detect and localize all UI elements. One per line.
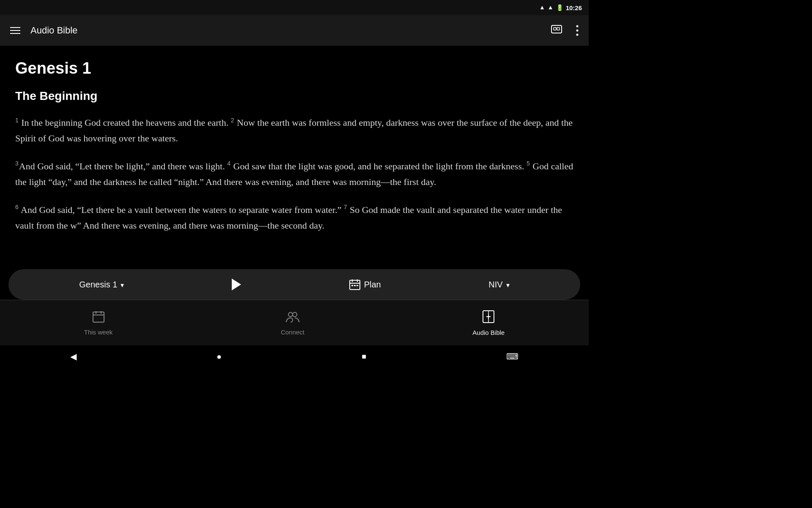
verse-num-6: 6 [15, 204, 19, 210]
svg-rect-13 [93, 312, 104, 322]
verse-block-1: 1 In the beginning God created the heave… [15, 115, 573, 146]
svg-rect-0 [551, 25, 562, 33]
calendar-icon-player [349, 279, 361, 290]
svg-point-3 [576, 25, 579, 28]
more-icon [576, 25, 579, 36]
verse-text-4: God saw that the light was good, and he … [231, 161, 527, 171]
verse-text-3: And God said, “Let there be light,” and … [19, 161, 227, 171]
signal-icon: ▲ [548, 4, 554, 11]
nav-label-connect: Connect [281, 329, 304, 336]
people-icon-nav [285, 310, 300, 326]
svg-point-5 [576, 34, 579, 36]
nav-label-audio-bible: Audio Bible [472, 329, 505, 336]
hamburger-icon [10, 27, 20, 34]
svg-rect-2 [557, 28, 560, 30]
bible-icon-nav [482, 310, 495, 326]
play-button[interactable] [232, 279, 241, 290]
back-button[interactable] [70, 351, 77, 362]
content-area: Genesis 1 The Beginning 1 In the beginni… [0, 46, 589, 300]
player-bar: Genesis 1 Plan NIV [8, 269, 580, 300]
keyboard-button[interactable] [506, 351, 518, 362]
verse-num-7: 7 [344, 204, 347, 210]
nav-item-connect[interactable]: Connect [264, 307, 321, 339]
plan-label: Plan [364, 280, 381, 290]
play-icon [232, 279, 241, 290]
svg-rect-1 [554, 28, 556, 30]
section-title: The Beginning [15, 89, 573, 103]
svg-rect-12 [357, 285, 358, 286]
verse-block-3: 6 And God said, “Let there be a vault be… [15, 202, 573, 234]
nav-label-this-week: This week [84, 329, 113, 336]
menu-button[interactable] [8, 25, 22, 36]
system-nav-bar [0, 345, 589, 367]
status-bar: ▲ ▲ 🔋 10:26 [0, 0, 589, 15]
verse-num-5: 5 [527, 160, 530, 167]
version-chevron-icon [506, 280, 510, 290]
app-bar-actions [549, 23, 580, 38]
battery-icon: 🔋 [556, 4, 563, 11]
wifi-icon: ▲ [539, 4, 545, 11]
chat-button[interactable] [549, 23, 564, 38]
svg-point-4 [576, 30, 579, 32]
verse-text-1: In the beginning God created the heavens… [19, 117, 231, 128]
status-icons: ▲ ▲ 🔋 10:26 [539, 4, 582, 11]
app-bar-title: Audio Bible [30, 25, 540, 36]
verse-num-1: 1 [15, 117, 19, 124]
verse-trailing: ” And there was evening, and there was m… [77, 220, 324, 231]
player-plan-button[interactable]: Plan [349, 279, 381, 290]
calendar-icon-nav [92, 310, 105, 326]
nav-item-audio-bible[interactable]: Audio Bible [455, 306, 521, 340]
chapter-title: Genesis 1 [15, 59, 573, 77]
chapter-chevron-icon [121, 280, 124, 290]
verse-num-2: 2 [231, 117, 234, 124]
more-button[interactable] [574, 23, 580, 38]
player-chapter-selector[interactable]: Genesis 1 [79, 280, 124, 290]
verse-num-4: 4 [227, 160, 230, 167]
home-button[interactable] [217, 352, 222, 362]
player-chapter-label: Genesis 1 [79, 280, 117, 290]
player-version-selector[interactable]: NIV [488, 280, 509, 290]
svg-point-18 [293, 312, 297, 317]
svg-point-17 [288, 312, 293, 317]
chat-icon [551, 25, 562, 36]
app-bar: Audio Bible [0, 15, 589, 46]
svg-rect-10 [351, 285, 353, 286]
bottom-nav: This week Connect Audio Bible [0, 300, 589, 345]
nav-item-this-week[interactable]: This week [67, 307, 130, 339]
status-time: 10:26 [566, 4, 582, 11]
version-label: NIV [488, 280, 502, 290]
recents-button[interactable] [362, 352, 366, 361]
verse-num-3: 3 [15, 160, 19, 167]
svg-rect-11 [354, 285, 356, 286]
verse-text-6: And God said, “Let there be a vault betw… [19, 204, 344, 215]
verse-block-2: 3And God said, “Let there be light,” and… [15, 158, 573, 190]
